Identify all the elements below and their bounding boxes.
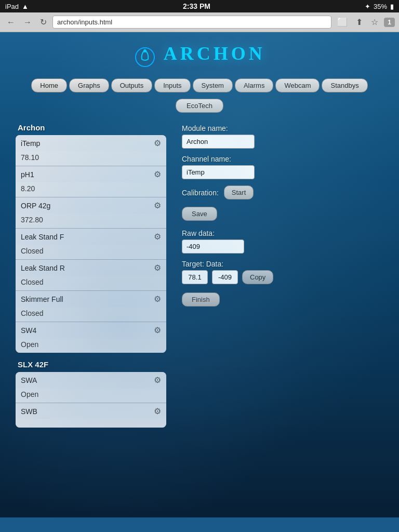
gear-icon-swa[interactable]: ⚙ (154, 375, 161, 385)
carrier-label: iPad (5, 3, 19, 10)
gear-icon-itemp[interactable]: ⚙ (154, 138, 161, 148)
device-item-orp: ORP 42g ⚙ 372.80 (16, 197, 166, 229)
gear-icon-orp[interactable]: ⚙ (154, 201, 161, 210)
main-content: Archon iTemp ⚙ 78.10 pH1 ⚙ 8.20 (0, 118, 399, 440)
device-name-leak-f: Leak Stand F (21, 233, 64, 241)
finish-button[interactable]: Finish (182, 292, 220, 307)
gear-icon-swb[interactable]: ⚙ (154, 406, 161, 416)
nav-outputs[interactable]: Outputs (111, 78, 153, 92)
save-button[interactable]: Save (182, 207, 217, 221)
start-button[interactable]: Start (224, 185, 254, 200)
device-name-sw4: SW4 (21, 326, 36, 335)
gear-icon-leak-r[interactable]: ⚙ (154, 263, 161, 273)
device-name-orp: ORP 42g (21, 202, 50, 210)
browser-toolbar: ← → ↻ ⬜ ⬆ ☆ 1 (0, 12, 399, 32)
nav-standbys[interactable]: Standbys (322, 78, 367, 92)
device-item-swb: SWB ⚙ (16, 403, 166, 428)
nav-ecotech[interactable]: EcoTech (176, 99, 223, 113)
device-header-leak-r[interactable]: Leak Stand R ⚙ (16, 260, 166, 276)
gear-icon-sw4[interactable]: ⚙ (154, 325, 161, 335)
device-name-ph1: pH1 (21, 170, 34, 179)
device-header-ph1[interactable]: pH1 ⚙ (16, 166, 166, 182)
target-data-label: Target: Data: (182, 260, 383, 268)
device-value-leak-f: Closed (16, 245, 166, 259)
bluetooth-icon: ✦ (365, 3, 370, 10)
upload-button[interactable]: ⬆ (353, 16, 365, 28)
reload-button[interactable]: ↻ (37, 16, 49, 28)
logo-text: ARCHON (164, 43, 265, 64)
raw-data-input[interactable] (182, 240, 244, 254)
nav-home[interactable]: Home (31, 78, 67, 92)
slx-device-list: SWA ⚙ Open SWB ⚙ (16, 372, 166, 428)
battery-icon: ▮ (390, 3, 394, 10)
calibration-label: Calibration: (182, 189, 219, 197)
archon-device-list: iTemp ⚙ 78.10 pH1 ⚙ 8.20 ORP 42g (16, 135, 166, 353)
bookmark-button[interactable]: ☆ (368, 16, 381, 28)
device-name-itemp: iTemp (21, 139, 40, 148)
device-item-swa: SWA ⚙ Open (16, 372, 166, 403)
device-item-skimmer: Skimmer Full ⚙ Closed (16, 291, 166, 322)
device-header-swb[interactable]: SWB ⚙ (16, 403, 166, 419)
nav-system[interactable]: System (193, 78, 233, 92)
device-header-sw4[interactable]: SW4 ⚙ (16, 322, 166, 338)
device-panel: Archon iTemp ⚙ 78.10 pH1 ⚙ 8.20 (16, 123, 166, 435)
device-value-sw4: Open (16, 338, 166, 353)
module-name-input[interactable] (182, 135, 255, 149)
data-value-box: -409 (212, 270, 238, 284)
forward-button[interactable]: → (21, 17, 34, 28)
device-item-leak-r: Leak Stand R ⚙ Closed (16, 260, 166, 291)
device-name-skimmer: Skimmer Full (21, 295, 63, 303)
nav-graphs[interactable]: Graphs (69, 78, 109, 92)
tab-count[interactable]: 1 (384, 18, 395, 27)
device-value-swb (16, 419, 166, 428)
device-value-ph1: 8.20 (16, 182, 166, 197)
target-data-row: 78.1 -409 Copy (182, 270, 383, 284)
channel-name-input[interactable] (182, 165, 255, 179)
nav-bar: Home Graphs Outputs Inputs System Alarms… (0, 74, 399, 97)
device-header-swa[interactable]: SWA ⚙ (16, 372, 166, 388)
slx-group-label: SLX 42F (16, 360, 166, 369)
device-header-skimmer[interactable]: Skimmer Full ⚙ (16, 291, 166, 307)
device-name-swb: SWB (21, 407, 37, 416)
control-panel: Module name: Channel name: Calibration: … (182, 123, 383, 435)
device-item-sw4: SW4 ⚙ Open (16, 322, 166, 353)
target-value-box: 78.1 (182, 270, 208, 284)
device-header-orp[interactable]: ORP 42g ⚙ (16, 197, 166, 214)
device-item-leak-f: Leak Stand F ⚙ Closed (16, 229, 166, 260)
status-left: iPad ▲ (5, 3, 29, 10)
gear-icon-skimmer[interactable]: ⚙ (154, 294, 161, 304)
device-value-skimmer: Closed (16, 307, 166, 322)
module-name-label: Module name: (182, 124, 383, 132)
device-header-leak-f[interactable]: Leak Stand F ⚙ (16, 229, 166, 245)
raw-data-label: Raw data: (182, 229, 383, 237)
device-name-swa: SWA (21, 376, 37, 384)
back-button[interactable]: ← (4, 17, 18, 28)
device-name-leak-r: Leak Stand R (21, 264, 65, 272)
device-header-itemp[interactable]: iTemp ⚙ (16, 135, 166, 151)
device-item-ph1: pH1 ⚙ 8.20 (16, 166, 166, 197)
logo-area: ARCHON (0, 32, 399, 74)
channel-name-label: Channel name: (182, 155, 383, 163)
archon-group-label: Archon (16, 123, 166, 132)
svg-point-1 (143, 49, 147, 52)
copy-button[interactable]: Copy (242, 270, 273, 284)
time-display: 2:33 PM (183, 2, 210, 10)
archon-logo-icon (134, 46, 157, 69)
status-right: ✦ 35% ▮ (365, 3, 394, 10)
device-value-leak-r: Closed (16, 276, 166, 290)
browser-chrome: ← → ↻ ⬜ ⬆ ☆ 1 (0, 12, 399, 32)
share-button[interactable]: ⬜ (335, 16, 350, 28)
calibration-row: Calibration: Start (182, 185, 383, 200)
device-value-swa: Open (16, 388, 166, 403)
device-item-itemp: iTemp ⚙ 78.10 (16, 135, 166, 166)
gear-icon-ph1[interactable]: ⚙ (154, 169, 161, 179)
wifi-icon: ▲ (22, 3, 29, 10)
nav-webcam[interactable]: Webcam (275, 78, 320, 92)
status-bar: iPad ▲ 2:33 PM ✦ 35% ▮ (0, 0, 399, 12)
address-bar[interactable] (52, 16, 331, 29)
nav-inputs[interactable]: Inputs (154, 78, 190, 92)
nav-alarms[interactable]: Alarms (235, 78, 273, 92)
battery-label: 35% (374, 3, 387, 10)
device-value-itemp: 78.10 (16, 151, 166, 166)
gear-icon-leak-f[interactable]: ⚙ (154, 232, 161, 242)
